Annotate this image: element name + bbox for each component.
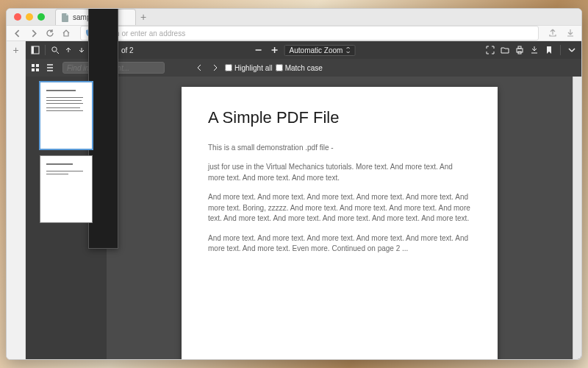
prev-page-button[interactable] xyxy=(62,43,75,57)
paragraph: just for use in the Virtual Mechanics tu… xyxy=(208,162,471,183)
outline-view-button[interactable] xyxy=(43,61,57,74)
highlight-all-checkbox[interactable]: Highlight all xyxy=(225,64,273,72)
chevron-updown-icon xyxy=(345,46,350,54)
zoom-select[interactable]: Automatic Zoom xyxy=(284,45,356,56)
zoom-in-button[interactable] xyxy=(268,43,282,57)
svg-rect-6 xyxy=(32,64,35,67)
svg-rect-8 xyxy=(32,68,35,71)
pdf-page-1: A Simple PDF File This is a small demons… xyxy=(182,87,498,360)
close-window-button[interactable] xyxy=(14,13,21,21)
new-tab-side-button[interactable]: + xyxy=(12,44,18,56)
vertical-scrollbar[interactable] xyxy=(573,77,581,360)
vertical-tab-strip: + xyxy=(7,41,26,360)
paragraph: And more text. And more text. And more t… xyxy=(208,233,471,255)
pdf-viewer: of 2 Automatic Zoom xyxy=(26,41,581,360)
open-file-button[interactable] xyxy=(498,43,512,57)
toggle-sidebar-button[interactable] xyxy=(29,43,42,57)
new-tab-button[interactable]: + xyxy=(136,11,151,23)
bookmark-button[interactable] xyxy=(542,43,556,57)
svg-rect-9 xyxy=(36,68,39,71)
match-case-checkbox[interactable]: Match case xyxy=(276,64,323,72)
paragraph: And more text. And more text. And more t… xyxy=(208,192,471,224)
next-page-button[interactable] xyxy=(75,43,88,57)
print-button[interactable] xyxy=(513,43,526,57)
maximize-window-button[interactable] xyxy=(37,13,45,21)
document-title: A Simple PDF File xyxy=(208,106,471,130)
tools-button[interactable] xyxy=(565,43,578,57)
share-button[interactable] xyxy=(546,26,559,40)
pdf-file-icon xyxy=(62,13,69,22)
browser-window: sample.pdf + Search or enter an address … xyxy=(6,8,582,360)
forward-button[interactable] xyxy=(27,26,40,40)
download-button[interactable] xyxy=(564,26,577,40)
find-prev-button[interactable] xyxy=(193,61,206,74)
find-next-button[interactable] xyxy=(209,61,222,74)
zoom-out-button[interactable] xyxy=(252,43,265,57)
zoom-label: Automatic Zoom xyxy=(290,46,343,54)
address-bar[interactable]: Search or enter an address xyxy=(80,26,539,40)
find-button[interactable] xyxy=(49,43,62,57)
home-button[interactable] xyxy=(60,26,73,40)
reload-button[interactable] xyxy=(43,26,57,40)
thumbnail-page-1[interactable] xyxy=(40,82,92,149)
minimize-window-button[interactable] xyxy=(26,13,33,21)
thumbnail-page-2[interactable] xyxy=(40,156,92,222)
paragraph: This is a small demonstration .pdf file … xyxy=(208,143,471,154)
svg-rect-1 xyxy=(32,46,34,54)
svg-rect-7 xyxy=(36,64,39,67)
svg-rect-4 xyxy=(518,46,521,49)
pdf-toolbar: of 2 Automatic Zoom xyxy=(26,41,581,59)
fullscreen-button[interactable] xyxy=(484,43,497,57)
page-count-label: of 2 xyxy=(118,46,137,54)
thumbnail-view-button[interactable] xyxy=(29,61,42,74)
back-button[interactable] xyxy=(11,26,24,40)
page-number-input[interactable] xyxy=(88,8,118,249)
window-controls xyxy=(7,13,45,21)
page-pane[interactable]: A Simple PDF File This is a small demons… xyxy=(107,77,573,360)
content-area: + of 2 Automatic Zoom xyxy=(7,41,581,360)
svg-point-2 xyxy=(52,47,57,52)
download-pdf-button[interactable] xyxy=(528,43,541,57)
